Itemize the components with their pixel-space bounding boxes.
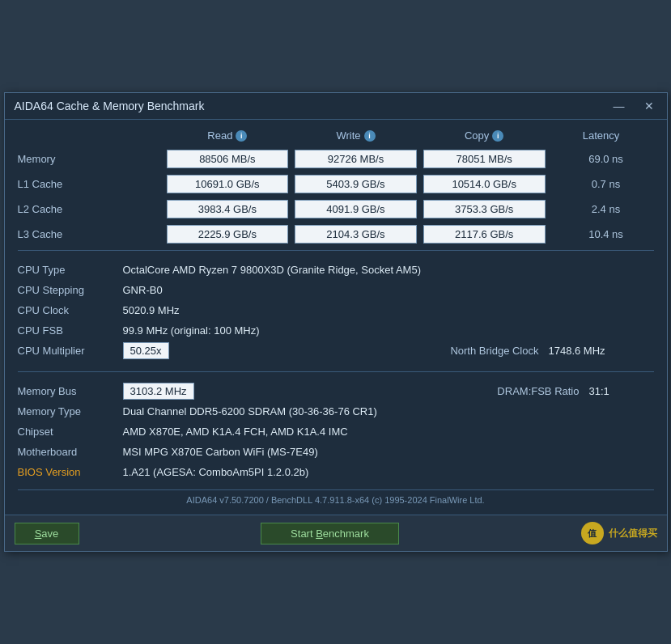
watermark: 值 什么值得买 (581, 522, 657, 544)
footer-text: AIDA64 v7.50.7200 / BenchDLL 4.7.911.8-x… (18, 489, 654, 508)
watermark-text: 什么值得买 (609, 527, 657, 540)
l1-read: 10691.0 GB/s (167, 175, 289, 193)
bios-row: BIOS Version 1.A21 (AGESA: ComboAm5PI 1.… (18, 463, 654, 481)
memory-write: 92726 MB/s (295, 150, 417, 168)
save-button[interactable]: Save (15, 523, 79, 544)
l3-write: 2104.3 GB/s (295, 225, 417, 244)
chipset-label: Chipset (18, 426, 123, 438)
write-info-icon[interactable]: i (364, 130, 376, 142)
memory-copy: 78051 MB/s (423, 150, 546, 168)
cpu-clock-label: CPU Clock (18, 304, 123, 316)
cpu-type-value: OctalCore AMD Ryzen 7 9800X3D (Granite R… (123, 264, 654, 276)
l3-label: L3 Cache (18, 228, 164, 240)
l2-label: L2 Cache (18, 203, 164, 215)
cpu-fsb-value: 99.9 MHz (original: 100 MHz) (123, 324, 654, 337)
copy-header: Copy i (420, 129, 549, 142)
l2-read: 3983.4 GB/s (167, 200, 289, 218)
cpu-fsb-label: CPU FSB (18, 324, 123, 337)
cpu-type-label: CPU Type (18, 264, 123, 276)
read-header: Read i (164, 129, 292, 142)
watermark-icon: 值 (581, 522, 604, 544)
l2-copy: 3753.3 GB/s (423, 200, 546, 218)
write-header: Write i (291, 129, 420, 142)
l3-latency: 10.4 ns (549, 228, 654, 240)
l2-write: 4091.9 GB/s (295, 200, 417, 218)
cpu-fsb-row: CPU FSB 99.9 MHz (original: 100 MHz) (18, 321, 654, 339)
benchmark-button[interactable]: Start Benchmark (261, 523, 399, 544)
bios-label: BIOS Version (18, 466, 123, 478)
chipset-value: AMD X870E, AMD K1A.4 FCH, AMD K1A.4 IMC (123, 426, 654, 438)
l3-read: 2225.9 GB/s (167, 225, 289, 244)
minimize-button[interactable]: — (610, 100, 628, 112)
save-label-rest: ave (41, 527, 58, 540)
cpu-stepping-label: CPU Stepping (18, 284, 123, 296)
copy-info-icon[interactable]: i (492, 130, 503, 142)
memory-latency: 69.0 ns (549, 153, 654, 165)
cpu-multiplier-value: 50.25x (123, 342, 169, 359)
memory-row: Memory 88506 MB/s 92726 MB/s 78051 MB/s … (18, 150, 654, 168)
titlebar: AIDA64 Cache & Memory Benchmark — ✕ (5, 93, 667, 120)
bottom-bar: Save Start Benchmark 值 什么值得买 (5, 515, 667, 551)
titlebar-controls: — ✕ (610, 100, 657, 112)
memory-type-value: Dual Channel DDR5-6200 SDRAM (30-36-36-7… (123, 405, 654, 417)
benchmark-underline: B (316, 527, 323, 540)
cpu-type-row: CPU Type OctalCore AMD Ryzen 7 9800X3D (… (18, 261, 654, 278)
memory-label: Memory (18, 153, 164, 165)
chipset-row: Chipset AMD X870E, AMD K1A.4 FCH, AMD K1… (18, 422, 654, 440)
memory-read: 88506 MB/s (167, 150, 289, 168)
l1-latency: 0.7 ns (549, 178, 654, 190)
cpu-clock-row: CPU Clock 5020.9 MHz (18, 301, 654, 319)
north-bridge-value: 1748.6 MHz (549, 345, 654, 357)
column-headers: Read i Write i Copy i Latency (18, 129, 654, 145)
cpu-stepping-row: CPU Stepping GNR-B0 (18, 281, 654, 299)
l1-copy: 10514.0 GB/s (423, 175, 546, 193)
read-info-icon[interactable]: i (236, 130, 247, 142)
l1-write: 5403.9 GB/s (295, 175, 417, 193)
cpu-clock-value: 5020.9 MHz (123, 304, 654, 316)
memory-type-label: Memory Type (18, 405, 123, 417)
window-title: AIDA64 Cache & Memory Benchmark (15, 100, 205, 112)
memory-info-section: Memory Bus 3103.2 MHz DRAM:FSB Ratio 31:… (18, 379, 654, 486)
latency-header: Latency (549, 129, 654, 142)
motherboard-row: Motherboard MSI MPG X870E Carbon WiFi (M… (18, 443, 654, 460)
dram-fsb-value: 31:1 (589, 385, 654, 397)
north-bridge-label: North Bridge Clock (285, 345, 549, 357)
divider-2 (18, 371, 654, 372)
dram-fsb-label: DRAM:FSB Ratio (460, 385, 589, 397)
cpu-multiplier-row: CPU Multiplier 50.25x North Bridge Clock… (18, 341, 654, 359)
memory-bus-value: 3103.2 MHz (123, 383, 194, 400)
memory-type-row: Memory Type Dual Channel DDR5-6200 SDRAM… (18, 402, 654, 420)
l1-cache-row: L1 Cache 10691.0 GB/s 5403.9 GB/s 10514.… (18, 175, 654, 193)
motherboard-value: MSI MPG X870E Carbon WiFi (MS-7E49) (123, 446, 654, 458)
l3-copy: 2117.6 GB/s (423, 225, 546, 244)
l3-cache-row: L3 Cache 2225.9 GB/s 2104.3 GB/s 2117.6 … (18, 225, 654, 244)
cpu-info-section: CPU Type OctalCore AMD Ryzen 7 9800X3D (… (18, 257, 654, 365)
l2-cache-row: L2 Cache 3983.4 GB/s 4091.9 GB/s 3753.3 … (18, 200, 654, 218)
memory-bus-row: Memory Bus 3103.2 MHz DRAM:FSB Ratio 31:… (18, 382, 654, 400)
motherboard-label: Motherboard (18, 446, 123, 458)
cpu-stepping-value: GNR-B0 (123, 284, 654, 296)
divider-1 (18, 250, 654, 251)
bios-value: 1.A21 (AGESA: ComboAm5PI 1.2.0.2b) (123, 466, 654, 478)
main-window: AIDA64 Cache & Memory Benchmark — ✕ Read… (4, 92, 668, 552)
content-area: Read i Write i Copy i Latency Memory 885… (5, 120, 667, 515)
close-button[interactable]: ✕ (641, 100, 657, 112)
l1-label: L1 Cache (18, 178, 164, 190)
l2-latency: 2.4 ns (549, 203, 654, 215)
memory-bus-label: Memory Bus (18, 385, 123, 397)
cpu-multiplier-label: CPU Multiplier (18, 345, 123, 357)
